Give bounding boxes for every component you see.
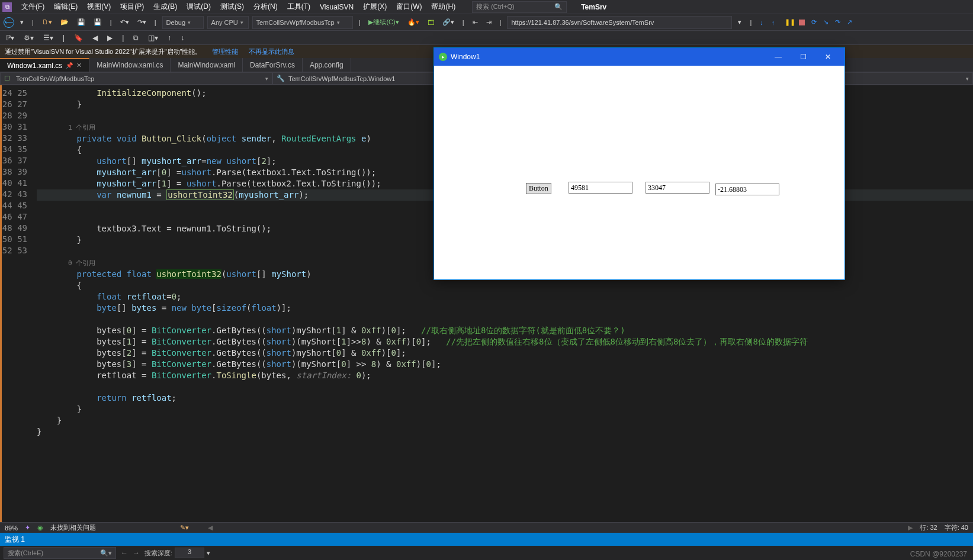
- startup-dropdown[interactable]: TemCollSrvWpfModbusTcp▾: [252, 16, 353, 29]
- hot-reload-icon[interactable]: 🔥▾: [405, 16, 422, 29]
- infobar-message: 通过禁用"VisualSVN for Visual Studio 2022"扩展…: [5, 47, 201, 56]
- bookmark-icon[interactable]: 🔖: [72, 31, 85, 44]
- watch-title: 监视 1: [5, 535, 25, 545]
- close-icon[interactable]: ✕: [76, 62, 82, 69]
- tab-app-config[interactable]: App.config: [303, 58, 351, 72]
- svn-url-field[interactable]: https://121.41.87.36/svn/SoftwareSystem/…: [507, 16, 732, 29]
- secondary-toolbar: ℙ▾ ⚙▾ ☰▾ | 🔖 ◀ ▶ | ⧉ ◫▾ ↑ ↓: [0, 31, 973, 45]
- pause-icon[interactable]: ❚❚: [785, 18, 795, 27]
- down-icon[interactable]: ↓: [178, 31, 187, 44]
- platform-dropdown[interactable]: Any CPU▾: [207, 16, 249, 29]
- step-over-icon[interactable]: ↷: [833, 18, 842, 27]
- nav-left-label: TemCollSrvWpfModbusTcp: [16, 75, 94, 82]
- svn-commit-icon[interactable]: ↑: [769, 16, 778, 29]
- global-search[interactable]: 搜索 (Ctrl+Q) 🔍: [472, 1, 567, 13]
- svn-dropdown-icon[interactable]: ▾: [736, 16, 744, 29]
- menu-view[interactable]: 视图(V): [82, 2, 115, 12]
- bookmark-next-icon[interactable]: ▶: [105, 31, 115, 44]
- zoom-level[interactable]: 89%: [5, 524, 18, 532]
- watch-toolbar: 搜索(Ctrl+E) 🔍▾ ← → 搜索深度: 3 ▾: [0, 546, 973, 560]
- tab-label: Window1.xaml.cs: [7, 62, 62, 70]
- continue-button[interactable]: ▶ 继续(C) ▾: [366, 16, 401, 29]
- refactor-icon[interactable]: ✦: [25, 524, 30, 532]
- close-button[interactable]: ✕: [816, 48, 840, 66]
- textbox1[interactable]: [569, 182, 632, 194]
- menu-bar: ⧉ 文件(F) 编辑(E) 视图(V) 项目(P) 生成(B) 调试(D) 测试…: [0, 0, 973, 14]
- menu-window[interactable]: 窗口(W): [391, 2, 426, 12]
- app-client-area: Button: [434, 66, 844, 279]
- new-window-icon[interactable]: ⧉: [131, 31, 141, 44]
- tab-dataforsrv-cs[interactable]: DataForSrv.cs: [243, 58, 303, 72]
- textbox3[interactable]: [715, 184, 779, 195]
- menu-file[interactable]: 文件(F): [17, 2, 49, 12]
- manage-perf-link[interactable]: 管理性能: [212, 47, 238, 56]
- svn-update-icon[interactable]: ↓: [757, 16, 766, 29]
- main-toolbar: ⟵ ▾ | 🗋▾ 📂 💾 💾 | ↶▾ ↷▾ | Debug▾ Any CPU▾…: [0, 14, 973, 31]
- tab-label: DataForSrv.cs: [250, 61, 295, 69]
- menu-edit[interactable]: 编辑(E): [49, 2, 82, 12]
- up-icon[interactable]: ↑: [165, 31, 174, 44]
- dismiss-link[interactable]: 不再显示此消息: [249, 47, 294, 56]
- watch-search[interactable]: 搜索(Ctrl+E) 🔍▾: [4, 547, 116, 559]
- textbox2[interactable]: [646, 182, 709, 194]
- process-icon[interactable]: ℙ▾: [4, 31, 17, 44]
- menu-project[interactable]: 项目(P): [115, 2, 149, 12]
- nav-back-icon[interactable]: ⟵: [4, 17, 14, 28]
- save-icon[interactable]: 💾: [75, 16, 88, 29]
- open-icon[interactable]: 📂: [58, 16, 71, 29]
- stop-icon[interactable]: [797, 18, 807, 27]
- app-button[interactable]: Button: [526, 183, 551, 194]
- menu-build[interactable]: 生成(B): [149, 2, 182, 12]
- app-titlebar[interactable]: ▸ Window1 — ☐ ✕: [434, 48, 844, 66]
- menu-extensions[interactable]: 扩展(X): [358, 2, 391, 12]
- line-gutter: 24 25 26 27 28 29 30 31 32 33 34 35 36 3…: [0, 85, 33, 522]
- new-item-icon[interactable]: 🗋▾: [40, 16, 54, 29]
- thread-icon[interactable]: ⚙▾: [21, 31, 36, 44]
- chevron-down-icon: ▾: [966, 76, 969, 82]
- menu-debug[interactable]: 调试(D): [182, 2, 216, 12]
- brush-icon[interactable]: ✎▾: [180, 524, 189, 532]
- restart-icon[interactable]: ⟳: [809, 18, 818, 27]
- indent-icon[interactable]: ⇤: [470, 16, 480, 29]
- undo-icon[interactable]: ↶▾: [118, 16, 131, 29]
- maximize-button[interactable]: ☐: [791, 48, 815, 66]
- tab-mainwindow-xaml-cs[interactable]: MainWindow.xaml.cs: [89, 58, 171, 72]
- redo-icon[interactable]: ↷▾: [135, 16, 149, 29]
- nav-fwd-icon[interactable]: →: [133, 549, 140, 557]
- tab-window1-xaml-cs[interactable]: Window1.xaml.cs 📌 ✕: [0, 58, 89, 72]
- tab-mainwindow-xaml[interactable]: MainWindow.xaml: [171, 58, 243, 72]
- solution-name: TemSrv: [581, 3, 606, 11]
- nav-fwd-icon[interactable]: ▾: [18, 16, 26, 29]
- watch-search-placeholder: 搜索(Ctrl+E): [8, 549, 43, 558]
- class-icon: 🔧: [277, 75, 285, 82]
- no-issues-label: 未找到相关问题: [50, 523, 96, 532]
- col-indicator: 字符: 40: [945, 523, 968, 532]
- menu-help[interactable]: 帮助(H): [426, 2, 460, 12]
- search-icon: 🔍: [554, 3, 563, 11]
- stack-icon[interactable]: ☰▾: [41, 31, 56, 44]
- browser-link-icon[interactable]: 🔗▾: [440, 16, 457, 29]
- menu-tools[interactable]: 工具(T): [282, 2, 315, 12]
- bookmark-prev-icon[interactable]: ◀: [90, 31, 100, 44]
- tab-label: MainWindow.xaml: [178, 61, 235, 69]
- watch-panel-header[interactable]: 监视 1: [0, 533, 973, 546]
- save-all-icon[interactable]: 💾: [91, 16, 104, 29]
- step-into-icon[interactable]: ↘: [821, 18, 830, 27]
- menu-visualsvn[interactable]: VisualSVN: [315, 3, 358, 11]
- step-out-icon[interactable]: ↗: [844, 18, 854, 27]
- csproj-icon: ☐: [4, 75, 12, 83]
- menu-analyze[interactable]: 分析(N): [249, 2, 282, 12]
- tab-label: App.config: [310, 61, 343, 69]
- browser-icon[interactable]: 🗔: [425, 16, 436, 29]
- config-dropdown[interactable]: Debug▾: [162, 16, 204, 29]
- depth-spinner[interactable]: 3: [175, 548, 204, 558]
- minimize-button[interactable]: —: [766, 48, 790, 66]
- menu-test[interactable]: 测试(S): [216, 2, 249, 12]
- nav-back-icon[interactable]: ←: [121, 549, 128, 557]
- pin-icon[interactable]: 📌: [66, 62, 73, 69]
- running-app-window[interactable]: ▸ Window1 — ☐ ✕ Button: [433, 47, 845, 280]
- outdent-icon[interactable]: ⇥: [484, 16, 494, 29]
- split-icon[interactable]: ◫▾: [146, 31, 160, 44]
- nav-right-label: TemCollSrvWpfModbusTcp.Window1: [288, 75, 395, 82]
- project-nav-dropdown[interactable]: ☐ TemCollSrvWpfModbusTcp ▾: [0, 72, 272, 85]
